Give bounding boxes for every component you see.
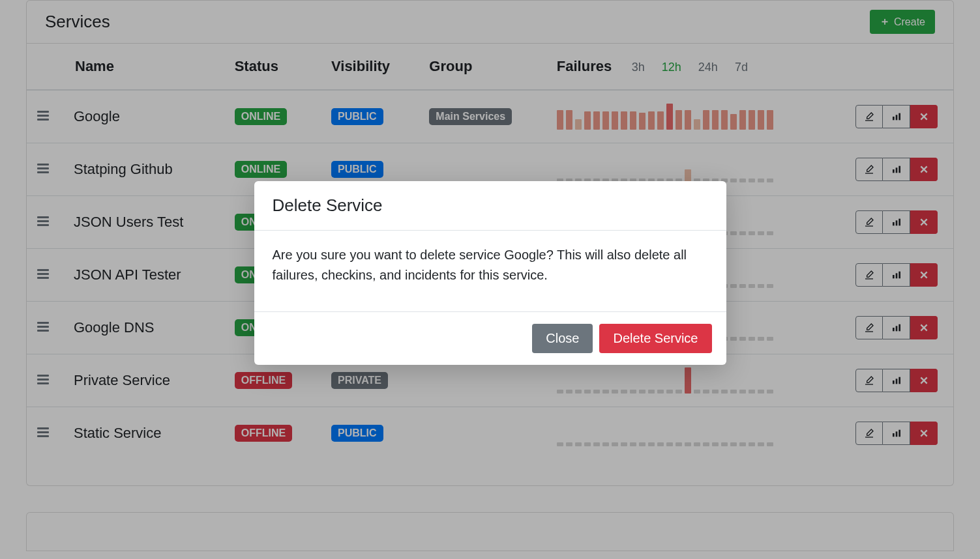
modal-body: Are you sure you want to delete service … <box>254 231 726 311</box>
confirm-delete-button[interactable]: Delete Service <box>599 324 711 353</box>
delete-service-modal: Delete Service Are you sure you want to … <box>254 181 726 365</box>
modal-footer: Close Delete Service <box>254 311 726 365</box>
modal-title: Delete Service <box>254 181 726 231</box>
close-button[interactable]: Close <box>532 324 593 353</box>
